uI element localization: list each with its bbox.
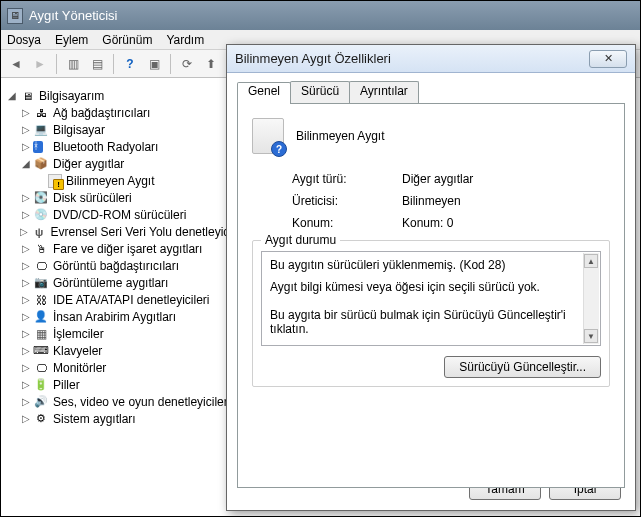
tree-item[interactable]: ▷Ağ bağdaştırıcıları [6,104,248,121]
tab-driver[interactable]: Sürücü [290,81,350,103]
imaging-icon [33,275,49,291]
help-button[interactable]: ? [119,53,141,75]
tree-item[interactable]: ▷Bluetooth Radyoları [6,138,248,155]
scroll-up-icon[interactable]: ▲ [584,254,598,268]
tree-item[interactable]: ▷DVD/CD-ROM sürücüleri [6,206,248,223]
keyboard-icon [33,343,49,359]
titlebar[interactable]: Aygıt Yöneticisi [1,1,640,30]
expand-icon[interactable]: ▷ [19,226,29,237]
back-button[interactable]: ◄ [5,53,27,75]
other-devices-icon [33,156,49,172]
menu-view[interactable]: Görünüm [102,33,152,47]
properties-button[interactable]: ▤ [86,53,108,75]
tree-item-label: Görüntüleme aygıtları [53,276,168,290]
tree-item[interactable]: ▷Disk sürücüleri [6,189,248,206]
battery-icon [33,377,49,393]
tree-root-label: Bilgisayarım [39,89,104,103]
device-name: Bilinmeyen Aygıt [296,129,385,143]
device-type-value: Diğer aygıtlar [402,172,473,186]
status-line-1: Bu aygıtın sürücüleri yüklenmemiş. (Kod … [270,258,592,272]
expand-icon[interactable]: ▷ [20,379,31,390]
tree-item[interactable]: ▷Klavyeler [6,342,248,359]
device-icon [252,118,284,154]
expand-icon[interactable]: ▷ [20,141,31,152]
scroll-down-icon[interactable]: ▼ [584,329,598,343]
device-status-group: Aygıt durumu Bu aygıtın sürücüleri yükle… [252,240,610,387]
tree-item-label: Ağ bağdaştırıcıları [53,106,150,120]
tree-item[interactable]: Bilinmeyen Aygıt [6,172,248,189]
expand-icon[interactable]: ▷ [20,362,31,373]
properties-dialog: Bilinmeyen Aygıt Özellikleri ✕ Genel Sür… [226,44,636,511]
expand-icon[interactable]: ▷ [20,396,31,407]
tab-details[interactable]: Ayrıntılar [349,81,419,103]
cpu-icon [33,326,49,342]
device-tree[interactable]: ◢ Bilgisayarım ▷Ağ bağdaştırıcıları▷Bilg… [2,79,252,515]
expand-icon[interactable]: ▷ [20,243,31,254]
tree-item-label: DVD/CD-ROM sürücüleri [53,208,186,222]
expand-icon[interactable]: ▷ [20,413,31,424]
expand-icon[interactable]: ▷ [20,311,31,322]
menu-help[interactable]: Yardım [166,33,204,47]
tree-item-label: Fare ve diğer işaret aygıtları [53,242,202,256]
tree-item-label: IDE ATA/ATAPI denetleyicileri [53,293,210,307]
usb-icon [32,224,47,240]
close-button[interactable]: ✕ [589,50,627,68]
tree-item[interactable]: ▷Monitörler [6,359,248,376]
expand-icon[interactable]: ▷ [20,294,31,305]
forward-button[interactable]: ► [29,53,51,75]
tree-item[interactable]: ▷Görüntüleme aygıtları [6,274,248,291]
hid-icon [33,309,49,325]
tree-item-label: İnsan Arabirim Aygıtları [53,310,176,324]
tree-item-label: Bilgisayar [53,123,105,137]
tree-item[interactable]: ◢Diğer aygıtlar [6,155,248,172]
dialog-body: Genel Sürücü Ayrıntılar Bilinmeyen Aygıt… [227,73,635,510]
expand-icon[interactable]: ▷ [20,192,31,203]
tree-item[interactable]: ▷İşlemciler [6,325,248,342]
unknown-device-icon [48,174,62,188]
tree-item[interactable]: ▷Görüntü bağdaştırıcıları [6,257,248,274]
device-status-text[interactable]: Bu aygıtın sürücüleri yüklenmemiş. (Kod … [261,251,601,346]
tree-item[interactable]: ▷Ses, video ve oyun denetleyicileri [6,393,248,410]
refresh-button[interactable]: ▣ [143,53,165,75]
tree-item-label: Evrensel Seri Veri Yolu denetleyicileri [51,225,248,239]
dialog-titlebar[interactable]: Bilinmeyen Aygıt Özellikleri ✕ [227,45,635,73]
expand-icon[interactable]: ▷ [20,107,31,118]
show-hide-tree-button[interactable]: ▥ [62,53,84,75]
tree-item[interactable]: ▷IDE ATA/ATAPI denetleyicileri [6,291,248,308]
update-driver-button[interactable]: ⬆ [200,53,222,75]
device-manager-window: Aygıt Yöneticisi Dosya Eylem Görünüm Yar… [0,0,641,517]
location-label: Konum: [292,216,402,230]
tree-item[interactable]: ▷İnsan Arabirim Aygıtları [6,308,248,325]
expand-icon[interactable]: ▷ [20,260,31,271]
expand-icon[interactable]: ▷ [20,124,31,135]
tree-item-label: Piller [53,378,80,392]
tree-item[interactable]: ▷Fare ve diğer işaret aygıtları [6,240,248,257]
device-status-label: Aygıt durumu [261,233,340,247]
tab-strip: Genel Sürücü Ayrıntılar [237,81,625,103]
scan-button[interactable]: ⟳ [176,53,198,75]
tree-item-label: Görüntü bağdaştırıcıları [53,259,179,273]
tree-item[interactable]: ▷Evrensel Seri Veri Yolu denetleyicileri [6,223,248,240]
expand-icon[interactable]: ▷ [20,328,31,339]
collapse-icon[interactable]: ◢ [6,90,17,101]
tree-item-label: İşlemciler [53,327,104,341]
menu-action[interactable]: Eylem [55,33,88,47]
expand-icon[interactable]: ▷ [20,209,31,220]
expand-icon[interactable]: ▷ [20,345,31,356]
tree-item[interactable]: ▷Piller [6,376,248,393]
computer-icon [33,122,49,138]
tree-root[interactable]: ◢ Bilgisayarım [6,87,248,104]
tab-general[interactable]: Genel [237,82,291,104]
collapse-icon[interactable]: ◢ [20,158,31,169]
dvd-icon [33,207,49,223]
expand-icon[interactable]: ▷ [20,277,31,288]
audio-icon [33,394,49,410]
computer-icon [19,88,35,104]
update-driver-button[interactable]: Sürücüyü Güncelleştir... [444,356,601,378]
tree-item[interactable]: ▷Sistem aygıtları [6,410,248,427]
window-title: Aygıt Yöneticisi [29,8,117,23]
tree-item-label: Diğer aygıtlar [53,157,124,171]
app-icon [7,8,23,24]
tree-item[interactable]: ▷Bilgisayar [6,121,248,138]
menu-file[interactable]: Dosya [7,33,41,47]
